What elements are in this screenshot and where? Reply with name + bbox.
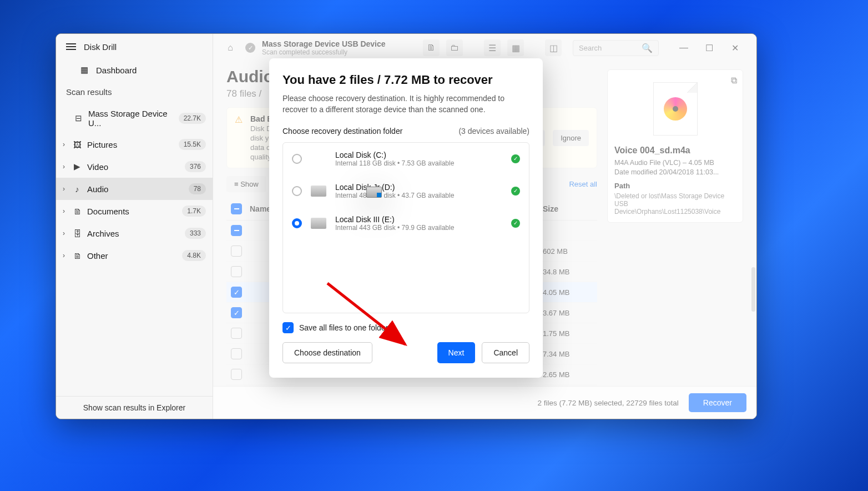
check-icon: ✓ bbox=[511, 187, 520, 196]
destination-option[interactable]: Local Disk Jr (D:)Internal 487 GB disk •… bbox=[283, 175, 529, 207]
scan-results-header: Scan results bbox=[56, 81, 213, 103]
category-other[interactable]: ›🗎Other4.8K bbox=[56, 244, 213, 267]
recovery-modal: You have 2 files / 7.72 MB to recover Pl… bbox=[269, 58, 543, 378]
destination-option[interactable]: Local Disk (C:)Internal 118 GB disk • 7.… bbox=[283, 143, 529, 175]
sidebar: Disk Drill ▦ Dashboard Scan results ⊟ Ma… bbox=[56, 34, 213, 419]
destination-list: Local Disk (C:)Internal 118 GB disk • 7.… bbox=[282, 142, 529, 313]
category-archives[interactable]: ›🗄Archives333 bbox=[56, 222, 213, 244]
cancel-button[interactable]: Cancel bbox=[482, 342, 529, 363]
category-pictures[interactable]: ›🖼Pictures15.5K bbox=[56, 133, 213, 156]
menu-icon[interactable] bbox=[66, 42, 76, 52]
save-all-checkbox[interactable] bbox=[282, 322, 294, 333]
next-button[interactable]: Next bbox=[437, 342, 476, 363]
check-icon: ✓ bbox=[511, 154, 520, 163]
drive-icon bbox=[311, 186, 326, 197]
category-video[interactable]: ›▶Video376 bbox=[56, 156, 213, 178]
radio-button[interactable] bbox=[292, 218, 302, 228]
app-title: Disk Drill bbox=[84, 42, 117, 52]
drive-icon bbox=[366, 187, 382, 198]
device-item[interactable]: ⊟ Mass Storage Device U... 22.7K bbox=[56, 103, 213, 133]
destination-option[interactable]: Local Disk III (E:)Internal 443 GB disk … bbox=[283, 207, 529, 239]
modal-title: You have 2 files / 7.72 MB to recover bbox=[282, 73, 529, 87]
grid-icon: ▦ bbox=[80, 65, 88, 75]
drive-icon: ⊟ bbox=[72, 113, 85, 123]
radio-button[interactable] bbox=[292, 154, 302, 164]
category-documents[interactable]: ›🗎Documents1.7K bbox=[56, 200, 213, 222]
drive-icon bbox=[311, 218, 326, 229]
check-icon: ✓ bbox=[511, 219, 520, 228]
show-in-explorer-button[interactable]: Show scan results in Explorer bbox=[56, 396, 213, 419]
radio-button[interactable] bbox=[292, 186, 302, 196]
category-audio[interactable]: ›♪Audio78 bbox=[56, 178, 213, 200]
modal-description: Please choose recovery destination. It i… bbox=[282, 93, 529, 116]
choose-destination-button[interactable]: Choose destination bbox=[282, 342, 372, 363]
dashboard-link[interactable]: ▦ Dashboard bbox=[56, 59, 213, 81]
